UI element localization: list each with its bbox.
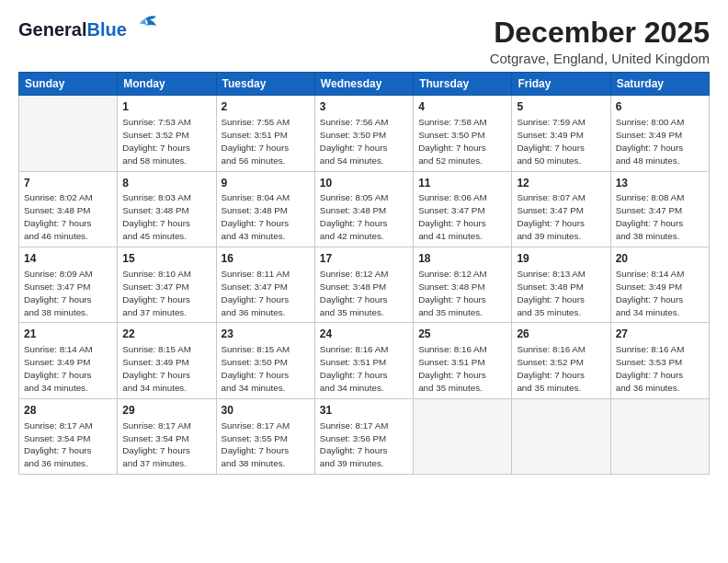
day-info: Sunrise: 8:14 AMSunset: 3:49 PMDaylight:… — [616, 268, 704, 319]
day-info: Sunrise: 7:56 AMSunset: 3:50 PMDaylight:… — [320, 116, 408, 167]
calendar-day-cell: 21Sunrise: 8:14 AMSunset: 3:49 PMDayligh… — [19, 323, 118, 398]
calendar-day-header: Friday — [512, 73, 610, 96]
day-number: 27 — [616, 327, 704, 342]
day-number: 10 — [320, 176, 408, 191]
calendar-day-cell: 16Sunrise: 8:11 AMSunset: 3:47 PMDayligh… — [216, 247, 314, 323]
calendar-day-cell: 14Sunrise: 8:09 AMSunset: 3:47 PMDayligh… — [19, 247, 118, 323]
day-info: Sunrise: 8:15 AMSunset: 3:49 PMDaylight:… — [122, 343, 210, 395]
day-number: 17 — [320, 251, 408, 267]
day-info: Sunrise: 8:03 AMSunset: 3:48 PMDaylight:… — [122, 191, 210, 243]
day-info: Sunrise: 8:13 AMSunset: 3:48 PMDaylight:… — [517, 268, 605, 319]
day-info: Sunrise: 8:16 AMSunset: 3:51 PMDaylight:… — [320, 343, 408, 395]
day-number: 26 — [517, 327, 605, 342]
calendar-day-cell: 15Sunrise: 8:10 AMSunset: 3:47 PMDayligh… — [118, 247, 216, 323]
day-number: 28 — [24, 403, 112, 419]
day-number: 14 — [24, 251, 112, 267]
day-info: Sunrise: 8:17 AMSunset: 3:56 PMDaylight:… — [320, 419, 408, 471]
calendar-day-cell: 7Sunrise: 8:02 AMSunset: 3:48 PMDaylight… — [19, 171, 118, 247]
calendar-day-cell — [610, 398, 709, 474]
calendar-day-header: Sunday — [19, 73, 118, 96]
calendar-day-cell: 3Sunrise: 7:56 AMSunset: 3:50 PMDaylight… — [314, 96, 413, 171]
calendar-day-cell: 2Sunrise: 7:55 AMSunset: 3:51 PMDaylight… — [216, 96, 314, 171]
day-number: 11 — [418, 176, 506, 191]
calendar-day-cell: 5Sunrise: 7:59 AMSunset: 3:49 PMDaylight… — [512, 96, 610, 171]
day-info: Sunrise: 7:58 AMSunset: 3:50 PMDaylight:… — [418, 116, 506, 167]
day-number: 15 — [122, 251, 210, 267]
day-number: 30 — [222, 403, 310, 419]
calendar-day-cell: 12Sunrise: 8:07 AMSunset: 3:47 PMDayligh… — [512, 171, 610, 247]
header: GeneralBlue December 2025 Cotgrave, Engl… — [18, 17, 710, 66]
calendar-day-header: Tuesday — [216, 73, 314, 96]
calendar-day-cell: 30Sunrise: 8:17 AMSunset: 3:55 PMDayligh… — [216, 398, 314, 474]
calendar-header-row: SundayMondayTuesdayWednesdayThursdayFrid… — [19, 73, 710, 96]
day-number: 1 — [122, 99, 210, 115]
calendar-day-cell: 28Sunrise: 8:17 AMSunset: 3:54 PMDayligh… — [19, 398, 118, 474]
calendar-day-cell — [414, 398, 512, 474]
calendar-day-header: Saturday — [610, 73, 709, 96]
day-number: 31 — [320, 403, 408, 419]
day-info: Sunrise: 8:16 AMSunset: 3:52 PMDaylight:… — [517, 343, 605, 395]
day-number: 6 — [616, 99, 704, 115]
day-info: Sunrise: 8:15 AMSunset: 3:50 PMDaylight:… — [222, 343, 310, 395]
calendar-day-cell: 23Sunrise: 8:15 AMSunset: 3:50 PMDayligh… — [216, 323, 314, 398]
day-info: Sunrise: 8:08 AMSunset: 3:47 PMDaylight:… — [616, 191, 704, 243]
day-number: 4 — [418, 99, 506, 115]
calendar-day-cell: 4Sunrise: 7:58 AMSunset: 3:50 PMDaylight… — [414, 96, 512, 171]
day-info: Sunrise: 8:16 AMSunset: 3:51 PMDaylight:… — [418, 343, 506, 395]
calendar-day-cell: 17Sunrise: 8:12 AMSunset: 3:48 PMDayligh… — [314, 247, 413, 323]
calendar-day-cell: 8Sunrise: 8:03 AMSunset: 3:48 PMDaylight… — [118, 171, 216, 247]
calendar-table: SundayMondayTuesdayWednesdayThursdayFrid… — [18, 72, 710, 475]
day-info: Sunrise: 8:17 AMSunset: 3:54 PMDaylight:… — [24, 419, 112, 471]
day-number: 2 — [222, 99, 310, 115]
subtitle: Cotgrave, England, United Kingdom — [490, 51, 710, 66]
day-number: 19 — [517, 251, 605, 267]
day-number: 9 — [222, 176, 310, 191]
day-info: Sunrise: 8:14 AMSunset: 3:49 PMDaylight:… — [24, 343, 112, 395]
calendar-day-cell: 27Sunrise: 8:16 AMSunset: 3:53 PMDayligh… — [610, 323, 709, 398]
calendar-day-cell — [512, 398, 610, 474]
day-info: Sunrise: 8:12 AMSunset: 3:48 PMDaylight:… — [418, 268, 506, 319]
day-info: Sunrise: 7:53 AMSunset: 3:52 PMDaylight:… — [122, 116, 210, 167]
day-number: 23 — [222, 327, 310, 342]
calendar-day-header: Monday — [118, 73, 216, 96]
calendar-week-row: 7Sunrise: 8:02 AMSunset: 3:48 PMDaylight… — [19, 171, 710, 247]
day-number: 16 — [222, 251, 310, 267]
calendar-day-cell — [19, 96, 118, 171]
day-info: Sunrise: 8:16 AMSunset: 3:53 PMDaylight:… — [616, 343, 704, 395]
day-number: 22 — [122, 327, 210, 342]
calendar-day-cell: 26Sunrise: 8:16 AMSunset: 3:52 PMDayligh… — [512, 323, 610, 398]
day-info: Sunrise: 8:12 AMSunset: 3:48 PMDaylight:… — [320, 268, 408, 319]
day-info: Sunrise: 8:09 AMSunset: 3:47 PMDaylight:… — [24, 268, 112, 319]
day-info: Sunrise: 8:02 AMSunset: 3:48 PMDaylight:… — [24, 191, 112, 243]
calendar-day-cell: 9Sunrise: 8:04 AMSunset: 3:48 PMDaylight… — [216, 171, 314, 247]
calendar-day-cell: 22Sunrise: 8:15 AMSunset: 3:49 PMDayligh… — [118, 323, 216, 398]
day-info: Sunrise: 8:07 AMSunset: 3:47 PMDaylight:… — [517, 191, 605, 243]
day-number: 21 — [24, 327, 112, 342]
calendar-day-cell: 25Sunrise: 8:16 AMSunset: 3:51 PMDayligh… — [414, 323, 512, 398]
logo-blue: Blue — [86, 19, 126, 40]
calendar-week-row: 21Sunrise: 8:14 AMSunset: 3:49 PMDayligh… — [19, 323, 710, 398]
calendar-day-header: Wednesday — [314, 73, 413, 96]
day-number: 20 — [616, 251, 704, 267]
calendar-day-cell: 19Sunrise: 8:13 AMSunset: 3:48 PMDayligh… — [512, 247, 610, 323]
day-number: 5 — [517, 99, 605, 115]
calendar-day-cell: 20Sunrise: 8:14 AMSunset: 3:49 PMDayligh… — [610, 247, 709, 323]
calendar-week-row: 28Sunrise: 8:17 AMSunset: 3:54 PMDayligh… — [19, 398, 710, 474]
day-info: Sunrise: 8:11 AMSunset: 3:47 PMDaylight:… — [222, 268, 310, 319]
logo-general: General — [18, 19, 86, 40]
day-info: Sunrise: 8:05 AMSunset: 3:48 PMDaylight:… — [320, 191, 408, 243]
page: GeneralBlue December 2025 Cotgrave, Engl… — [0, 0, 728, 563]
day-info: Sunrise: 8:04 AMSunset: 3:48 PMDaylight:… — [222, 191, 310, 243]
calendar-day-cell: 18Sunrise: 8:12 AMSunset: 3:48 PMDayligh… — [414, 247, 512, 323]
calendar-day-cell: 6Sunrise: 8:00 AMSunset: 3:49 PMDaylight… — [610, 96, 709, 171]
day-info: Sunrise: 8:17 AMSunset: 3:55 PMDaylight:… — [222, 419, 310, 471]
day-number: 25 — [418, 327, 506, 342]
logo-bird-icon — [129, 15, 158, 37]
day-info: Sunrise: 8:10 AMSunset: 3:47 PMDaylight:… — [122, 268, 210, 319]
calendar-day-cell: 29Sunrise: 8:17 AMSunset: 3:54 PMDayligh… — [118, 398, 216, 474]
day-number: 3 — [320, 99, 408, 115]
title-block: December 2025 Cotgrave, England, United … — [490, 17, 710, 66]
day-number: 7 — [24, 176, 112, 191]
calendar-day-cell: 24Sunrise: 8:16 AMSunset: 3:51 PMDayligh… — [314, 323, 413, 398]
calendar-week-row: 14Sunrise: 8:09 AMSunset: 3:47 PMDayligh… — [19, 247, 710, 323]
